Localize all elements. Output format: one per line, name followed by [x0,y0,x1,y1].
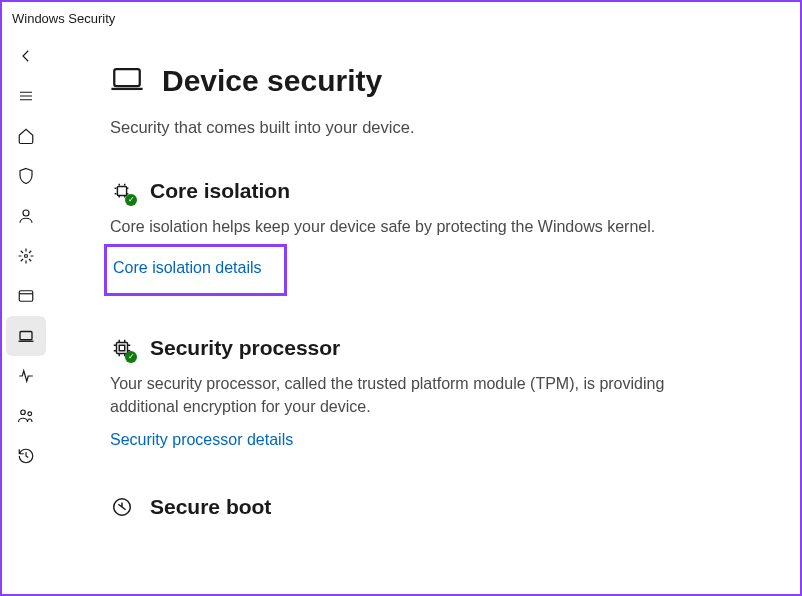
svg-rect-7 [117,186,126,195]
security-processor-title: Security processor [150,336,340,360]
secure-boot-icon [110,495,134,519]
nav-device-performance[interactable] [6,356,46,396]
page-subtitle: Security that comes built into your devi… [110,118,760,137]
menu-button[interactable] [6,76,46,116]
status-ok-badge [125,351,137,363]
section-security-processor: Security processor Your security process… [110,336,760,448]
security-processor-description: Your security processor, called the trus… [110,372,670,418]
svg-rect-2 [19,291,33,302]
svg-point-5 [28,412,32,416]
nav-family-options[interactable] [6,396,46,436]
content-area: Device security Security that comes buil… [50,34,800,594]
page-header: Device security [110,62,760,100]
core-isolation-icon [110,179,134,203]
nav-account-protection[interactable] [6,196,46,236]
section-secure-boot: Secure boot [110,495,760,519]
nav-firewall[interactable] [6,236,46,276]
nav-device-security[interactable] [6,316,46,356]
section-core-isolation: Core isolation Core isolation helps keep… [110,179,760,296]
svg-point-4 [21,410,26,415]
security-processor-icon [110,336,134,360]
nav-protection-history[interactable] [6,436,46,476]
highlight-annotation: Core isolation details [104,244,287,296]
nav-app-browser[interactable] [6,276,46,316]
nav-home[interactable] [6,116,46,156]
window-title: Windows Security [12,11,115,26]
device-icon [110,62,144,100]
core-isolation-title: Core isolation [150,179,290,203]
core-isolation-details-link[interactable]: Core isolation details [113,259,262,277]
core-isolation-description: Core isolation helps keep your device sa… [110,215,670,238]
back-button[interactable] [6,36,46,76]
svg-rect-3 [20,332,32,340]
title-bar: Windows Security [2,2,800,34]
svg-rect-9 [119,345,125,351]
secure-boot-title: Secure boot [150,495,271,519]
status-ok-badge [125,194,137,206]
svg-rect-6 [114,69,140,86]
security-processor-details-link[interactable]: Security processor details [110,431,293,449]
nav-virus-protection[interactable] [6,156,46,196]
svg-point-1 [25,255,28,258]
page-title: Device security [162,64,382,98]
svg-point-0 [23,210,29,216]
sidebar [2,34,50,594]
